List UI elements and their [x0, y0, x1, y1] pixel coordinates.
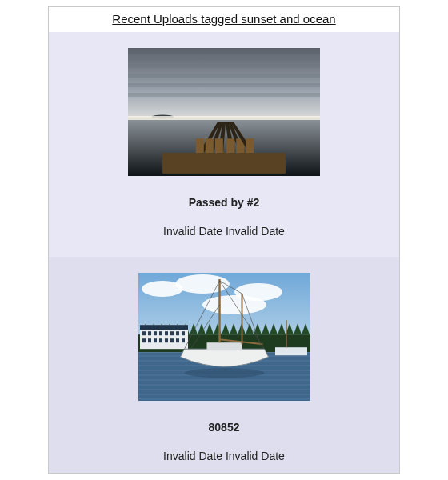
svg-point-92	[184, 368, 264, 378]
svg-rect-80	[138, 398, 310, 400]
svg-rect-63	[148, 338, 151, 342]
recent-uploads-link[interactable]: Recent Uploads tagged sunset and ocean	[112, 12, 335, 26]
svg-rect-76	[138, 379, 310, 381]
svg-rect-79	[138, 394, 310, 395]
svg-rect-60	[176, 331, 179, 335]
svg-rect-58	[165, 331, 168, 335]
upload-thumbnail[interactable]	[138, 273, 310, 401]
upload-item: 80852 Invalid Date Invalid Date	[49, 257, 399, 474]
svg-rect-65	[159, 338, 162, 342]
panel-header: Recent Uploads tagged sunset and ocean	[49, 7, 399, 32]
upload-item: Passed by #2 Invalid Date Invalid Date	[49, 32, 399, 257]
svg-rect-69	[182, 338, 185, 342]
svg-point-28	[202, 295, 266, 314]
svg-rect-67	[170, 338, 174, 342]
svg-rect-55	[148, 331, 151, 335]
upload-date: Invalid Date Invalid Date	[60, 450, 388, 462]
svg-rect-57	[159, 331, 162, 335]
upload-thumbnail[interactable]	[128, 48, 320, 176]
uploads-panel: Recent Uploads tagged sunset and ocean P…	[48, 6, 400, 474]
uploads-list: Passed by #2 Invalid Date Invalid Date 8…	[49, 32, 399, 474]
upload-date: Invalid Date Invalid Date	[60, 225, 388, 238]
svg-rect-83	[206, 342, 242, 350]
svg-rect-68	[176, 338, 179, 342]
svg-rect-62	[142, 338, 146, 342]
svg-rect-64	[154, 338, 157, 342]
svg-rect-54	[142, 331, 146, 335]
svg-rect-56	[154, 331, 157, 335]
svg-rect-77	[138, 384, 310, 386]
svg-rect-59	[170, 331, 174, 335]
upload-title: 80852	[60, 421, 388, 434]
svg-rect-78	[138, 389, 310, 390]
svg-rect-61	[182, 331, 185, 335]
svg-rect-81	[275, 347, 307, 355]
svg-rect-66	[165, 338, 168, 342]
upload-title: Passed by #2	[60, 196, 388, 209]
svg-rect-53	[140, 325, 188, 330]
